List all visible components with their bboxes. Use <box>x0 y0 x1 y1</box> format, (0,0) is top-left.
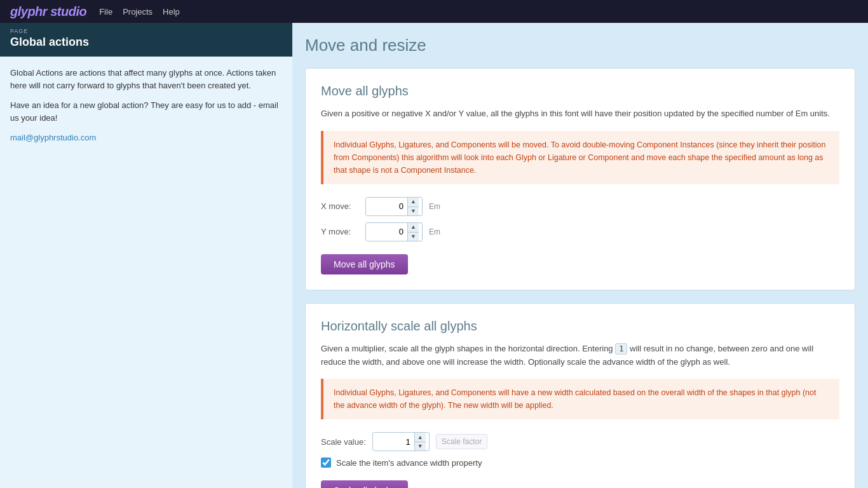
card-move-all: Move all glyphs Given a positive or nega… <box>305 68 855 290</box>
scale-value-row: Scale value: ▲ ▼ Scale factor <box>321 432 839 451</box>
sidebar-desc-1: Global Actions are actions that affect m… <box>10 67 282 92</box>
advance-width-checkbox-row: Scale the item's advance width property <box>321 458 839 468</box>
card-move-description: Given a positive or negative X and/or Y … <box>321 107 839 121</box>
card-scale-all: Horizontally scale all glyphs Given a mu… <box>305 303 855 488</box>
x-move-spinner-buttons: ▲ ▼ <box>407 198 419 215</box>
sidebar-header: PAGE Global actions <box>0 23 292 57</box>
y-move-label: Y move: <box>321 227 359 236</box>
x-move-unit: Em <box>429 202 440 211</box>
card-scale-description: Given a multiplier, scale all the glyph … <box>321 342 839 369</box>
advance-width-label: Scale the item's advance width property <box>336 458 482 468</box>
x-move-up[interactable]: ▲ <box>408 198 419 207</box>
app-logo: glyphr studio <box>10 4 86 19</box>
page-title: Global actions <box>10 36 282 49</box>
x-move-row: X move: ▲ ▼ Em <box>321 197 839 216</box>
y-move-down[interactable]: ▼ <box>408 232 419 241</box>
sidebar-content: Global Actions are actions that affect m… <box>0 57 292 488</box>
y-move-spinner-buttons: ▲ ▼ <box>407 223 419 241</box>
scale-value-spinner-buttons: ▲ ▼ <box>414 433 426 451</box>
scale-value-input[interactable] <box>373 433 414 451</box>
scale-value-label: Scale value: <box>321 437 366 447</box>
scale-value-spinner: ▲ ▼ <box>372 432 430 451</box>
top-nav: glyphr studio File Projects Help <box>0 0 868 23</box>
scale-all-button[interactable]: Scale all glyphs <box>321 480 408 488</box>
scale-factor-label: Scale factor <box>436 434 487 449</box>
move-all-button[interactable]: Move all glyphs <box>321 254 408 274</box>
y-move-input[interactable] <box>366 223 407 241</box>
x-move-spinner: ▲ ▼ <box>365 197 423 216</box>
sidebar: PAGE Global actions Global Actions are a… <box>0 23 292 488</box>
y-move-spinner: ▲ ▼ <box>365 222 423 241</box>
card-move-warning: Individual Glyphs, Ligatures, and Compon… <box>321 131 839 184</box>
x-move-input[interactable] <box>366 198 407 215</box>
y-move-row: Y move: ▲ ▼ Em <box>321 222 839 241</box>
card-scale-title: Horizontally scale all glyphs <box>321 319 839 334</box>
nav-file[interactable]: File <box>99 7 112 17</box>
x-move-label: X move: <box>321 201 359 211</box>
y-move-up[interactable]: ▲ <box>408 223 419 232</box>
advance-width-checkbox[interactable] <box>321 458 331 468</box>
layout: PAGE Global actions Global Actions are a… <box>0 23 868 488</box>
scale-code-value: 1 <box>615 343 627 355</box>
nav-projects[interactable]: Projects <box>123 7 153 17</box>
sidebar-email-link[interactable]: mail@glyphrstudio.com <box>10 133 96 142</box>
sidebar-desc-2: Have an idea for a new global action? Th… <box>10 99 282 124</box>
scale-value-up[interactable]: ▲ <box>415 433 426 442</box>
card-scale-warning: Individual Glyphs, Ligatures, and Compon… <box>321 379 839 419</box>
nav-menu: File Projects Help <box>99 7 180 17</box>
scale-value-down[interactable]: ▼ <box>415 442 426 451</box>
main-content: Move and resize Move all glyphs Given a … <box>292 23 868 488</box>
nav-help[interactable]: Help <box>163 7 180 17</box>
page-heading: Move and resize <box>305 36 855 55</box>
y-move-unit: Em <box>429 227 440 236</box>
page-label: PAGE <box>10 28 282 34</box>
card-move-title: Move all glyphs <box>321 84 839 98</box>
x-move-down[interactable]: ▼ <box>408 207 419 215</box>
